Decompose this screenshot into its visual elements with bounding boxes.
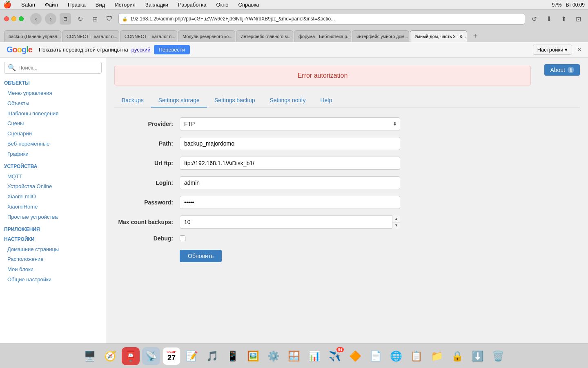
dock-airdrop[interactable]: 📡	[142, 347, 160, 365]
sidebar-toggle-button[interactable]: ⊟	[60, 13, 71, 25]
provider-select-wrap: FTP ⬍	[180, 117, 400, 130]
browser-tab-7[interactable]: Умный дом, часть 2 - К...	[410, 30, 467, 42]
browser-tab-4[interactable]: Интерфейс главного м...	[236, 30, 293, 42]
dock-textedit[interactable]: 📋	[408, 347, 425, 365]
sidebar-item-xiaomi-milo[interactable]: Xiaomi milO	[4, 192, 102, 202]
new-tab-icon[interactable]: ⊡	[572, 13, 584, 25]
decrement-button[interactable]: ▼	[392, 222, 400, 229]
minimize-window-btn[interactable]	[11, 16, 16, 21]
dock-vlc[interactable]: 🔶	[346, 347, 364, 365]
tab-settings-notify[interactable]: Settings notify	[263, 94, 313, 108]
tab-help[interactable]: Help	[313, 94, 339, 108]
browser-tab-1[interactable]: CONNECT -- каталог п...	[62, 30, 119, 42]
close-window-btn[interactable]	[4, 16, 9, 21]
new-tab-button[interactable]: +	[470, 30, 481, 42]
dock-keychain[interactable]: 🔒	[448, 347, 466, 365]
search-icon: 🔍	[8, 64, 16, 72]
search-input[interactable]	[18, 65, 98, 71]
menu-help[interactable]: Справка	[237, 2, 261, 8]
menu-file[interactable]: Файл	[43, 2, 60, 8]
browser-tab-2[interactable]: CONNECT -- каталог п...	[120, 30, 177, 42]
tab-settings-backup[interactable]: Settings backup	[207, 94, 263, 108]
tab-backups[interactable]: Backups	[114, 94, 151, 108]
google-g3: g	[22, 45, 26, 54]
browser-tab-6[interactable]: интерфейс умного дом...	[352, 30, 409, 42]
sidebar-item-simple-devices[interactable]: Простые устройства	[4, 212, 102, 222]
sidebar-item-general-settings[interactable]: Общие настройки	[4, 275, 102, 285]
browser-chrome: ‹ › ⊟ ↻ ⊞ 🛡 🔒 192.168.1.25/admin.php?pd=…	[0, 10, 588, 42]
increment-button[interactable]: ▲	[392, 215, 400, 222]
dock-safari[interactable]: 🧭	[101, 347, 119, 365]
sidebar-section-objects: ОБЪЕКТЫ	[4, 80, 102, 86]
sidebar-item-behavior-templates[interactable]: Шаблоны поведения	[4, 109, 102, 119]
sidebar-item-scenarios[interactable]: Сценарии	[4, 129, 102, 139]
dock-systemprefs[interactable]: ⚙️	[265, 347, 283, 365]
sidebar-item-my-blocks[interactable]: Мои блоки	[4, 265, 102, 275]
max-count-input[interactable]	[180, 215, 400, 229]
update-button[interactable]: Обновить	[180, 250, 222, 262]
url-ftp-input[interactable]	[180, 157, 400, 170]
menu-view[interactable]: Вид	[94, 2, 107, 8]
login-input[interactable]	[180, 176, 400, 189]
sidebar-item-graphs[interactable]: Графики	[4, 149, 102, 159]
dock-chrome[interactable]: 🌐	[387, 347, 405, 365]
browser-tab-3[interactable]: Модуль резервного ко...	[178, 30, 235, 42]
share-icon2[interactable]: ⬆	[558, 13, 569, 25]
reader-icon[interactable]: ⊞	[89, 13, 100, 25]
sidebar-item-scenes[interactable]: Сцены	[4, 119, 102, 129]
dock-calendar[interactable]: ФЕВР 27	[163, 347, 180, 365]
translation-settings-button[interactable]: Настройки ▾	[533, 45, 572, 55]
sidebar-item-devices-online[interactable]: Устройства Online	[4, 182, 102, 192]
main-area: About ℹ Error autorization Backups Setti…	[106, 58, 588, 344]
dock-appstore[interactable]: 📱	[224, 347, 242, 365]
provider-select[interactable]: FTP	[180, 117, 400, 130]
dock-word[interactable]: 📄	[367, 347, 385, 365]
browser-tab-5[interactable]: форума - Библиотека р...	[294, 30, 351, 42]
menu-history[interactable]: История	[113, 2, 137, 8]
chevron-down-icon: ▾	[565, 47, 568, 53]
debug-checkbox-wrap	[180, 236, 400, 241]
menu-edit[interactable]: Правка	[66, 2, 87, 8]
dock-music[interactable]: 🎵	[203, 347, 221, 365]
reload-button[interactable]: ↺	[528, 13, 540, 25]
back-button[interactable]: ‹	[30, 13, 42, 25]
share-icon[interactable]: ↻	[74, 13, 86, 25]
about-button[interactable]: About ℹ	[544, 64, 580, 76]
sidebar-item-web-variables[interactable]: Веб-переменные	[4, 139, 102, 149]
dock-win2[interactable]: 📊	[305, 347, 323, 365]
dock-mail[interactable]: 📮	[122, 347, 140, 365]
language-link[interactable]: русский	[131, 47, 151, 53]
forward-button[interactable]: ›	[45, 13, 56, 25]
menu-safari[interactable]: Safari	[20, 2, 37, 8]
dock-filemanager[interactable]: 📁	[428, 347, 446, 365]
sidebar-item-objects[interactable]: Объекты	[4, 99, 102, 109]
address-bar[interactable]: 🔒 192.168.1.25/admin.php?pd=cGFuZWw6e2Fj…	[118, 13, 525, 25]
menu-develop[interactable]: Разработка	[176, 2, 208, 8]
close-translate-button[interactable]: ×	[577, 45, 581, 54]
dock-preview[interactable]: 🖼️	[244, 347, 262, 365]
dock-downloads[interactable]: ⬇️	[469, 347, 487, 365]
shield-icon[interactable]: 🛡	[104, 13, 115, 25]
browser-tab-0[interactable]: backup (Панель управл...	[4, 30, 61, 42]
dock-trash[interactable]: 🗑️	[489, 347, 507, 365]
password-input[interactable]	[180, 196, 400, 209]
sidebar-item-xiaomi-home[interactable]: XiaomiHome	[4, 202, 102, 212]
lock-icon: 🔒	[122, 16, 128, 22]
menu-window[interactable]: Окно	[214, 2, 230, 8]
sidebar-item-home-pages[interactable]: Домашние страницы	[4, 245, 102, 255]
translate-button[interactable]: Перевести	[154, 45, 190, 54]
dock-win1[interactable]: 🪟	[285, 347, 303, 365]
sidebar-item-location[interactable]: Расположение	[4, 254, 102, 265]
dock-notes[interactable]: 📝	[183, 347, 201, 365]
download-icon[interactable]: ⬇	[543, 13, 555, 25]
tab-settings-storage[interactable]: Settings storage	[151, 94, 207, 108]
menu-bookmarks[interactable]: Закладки	[144, 2, 170, 8]
debug-checkbox[interactable]	[180, 236, 185, 241]
dock-telegram[interactable]: ✈️ 54	[326, 347, 344, 365]
maximize-window-btn[interactable]	[19, 16, 24, 21]
dock-finder[interactable]: 🖥️	[81, 347, 99, 365]
apple-menu[interactable]: 🍎	[3, 1, 11, 9]
sidebar-item-mqtt[interactable]: MQTT	[4, 172, 102, 182]
path-input[interactable]	[180, 137, 400, 150]
sidebar-item-menu-management[interactable]: Меню управления	[4, 88, 102, 99]
